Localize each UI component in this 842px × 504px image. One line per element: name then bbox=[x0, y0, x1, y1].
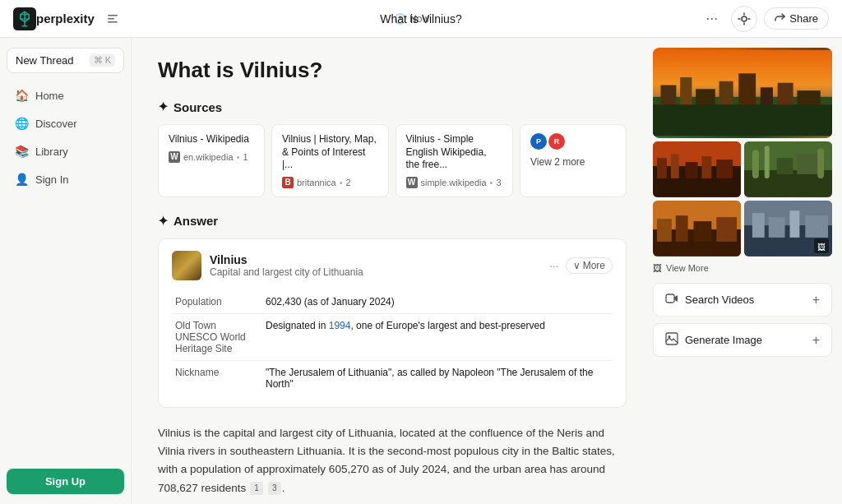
svg-rect-40 bbox=[789, 210, 799, 238]
source-1-meta: W en.wikipedia • 1 bbox=[169, 151, 254, 163]
sidebar-item-library[interactable]: 📚 Library bbox=[7, 139, 124, 164]
info-value-population: 602,430 (as of January 2024) bbox=[262, 290, 613, 314]
view-more-photos-label: View More bbox=[666, 263, 709, 273]
svg-rect-39 bbox=[769, 217, 785, 238]
source-card-2[interactable]: Vilnius | History, Map, & Points of Inte… bbox=[271, 124, 389, 197]
sidebar-bottom: Sign Up bbox=[7, 462, 124, 494]
source-2-meta: B britannica • 2 bbox=[282, 177, 378, 188]
topbar-right: ··· Share bbox=[699, 6, 829, 32]
photo-overlay: 🖼 bbox=[814, 238, 829, 253]
sources-label: Sources bbox=[173, 100, 222, 114]
city-photo-3[interactable] bbox=[653, 201, 741, 257]
source-2-domain: britannica bbox=[297, 178, 336, 187]
view-more-photos-button[interactable]: 🖼 View More bbox=[653, 260, 832, 276]
svg-rect-21 bbox=[701, 156, 711, 178]
main-content: What is Vilnius? ✦ Sources Vilnius - Wik… bbox=[132, 38, 653, 504]
svg-rect-27 bbox=[777, 158, 793, 174]
answer-card: Vilnius Capital and largest city of Lith… bbox=[158, 238, 627, 408]
search-videos-left: Search Videos bbox=[665, 292, 754, 307]
svg-rect-41 bbox=[805, 215, 828, 238]
svg-rect-35 bbox=[716, 217, 737, 242]
info-value-nickname: "The Jerusalem of Lithuania", as called … bbox=[262, 360, 613, 395]
britannica-favicon: B bbox=[282, 177, 294, 188]
svg-rect-19 bbox=[671, 154, 679, 178]
focus-button[interactable] bbox=[731, 6, 757, 32]
entity-name: Vilnius bbox=[210, 253, 363, 266]
photo-section: 🖼 🖼 View More bbox=[653, 48, 832, 276]
entity-info: Vilnius Capital and largest city of Lith… bbox=[210, 253, 363, 278]
logo-text: perplexity bbox=[36, 12, 95, 25]
signin-icon: 👤 bbox=[15, 173, 29, 186]
svg-rect-33 bbox=[676, 215, 688, 242]
image-icon: 🖼 bbox=[817, 243, 826, 252]
svg-point-4 bbox=[742, 16, 747, 21]
new-thread-button[interactable]: New Thread ⌘ K bbox=[7, 48, 124, 73]
search-videos-plus-icon: + bbox=[812, 293, 820, 307]
svg-rect-18 bbox=[657, 158, 667, 178]
year-link-1994[interactable]: 1994 bbox=[329, 320, 351, 331]
answer-star-icon: ✦ bbox=[158, 214, 169, 229]
topbar-title: What is Vilnius? bbox=[380, 12, 461, 25]
more-options-button[interactable]: ··· bbox=[699, 7, 724, 30]
sidebar-item-home[interactable]: 🏠 Home bbox=[7, 83, 124, 108]
sidebar-item-signin[interactable]: 👤 Sign In bbox=[7, 167, 124, 192]
photo-grid: 🖼 bbox=[653, 48, 832, 257]
collapse-sidebar-button[interactable] bbox=[101, 7, 124, 30]
source-3-title: Vilnius - Simple English Wikipedia, the … bbox=[406, 133, 503, 172]
info-table: Population 602,430 (as of January 2024) … bbox=[172, 290, 613, 395]
city-photo-4[interactable]: 🖼 bbox=[744, 201, 832, 257]
sign-up-button[interactable]: Sign Up bbox=[7, 469, 124, 494]
city-photo-main[interactable] bbox=[653, 48, 832, 138]
svg-rect-15 bbox=[653, 104, 832, 136]
table-row: Old Town UNESCO World Heritage Site Desi… bbox=[172, 313, 613, 360]
source-card-3[interactable]: Vilnius - Simple English Wikipedia, the … bbox=[396, 124, 514, 197]
svg-rect-3 bbox=[108, 21, 118, 23]
sidebar-item-discover[interactable]: 🌐 Discover bbox=[7, 111, 124, 136]
view-more-sources-card[interactable]: P R View 2 more bbox=[520, 124, 627, 197]
home-icon: 🏠 bbox=[15, 89, 29, 102]
city-photo-1[interactable] bbox=[653, 141, 741, 197]
info-label-nickname: Nickname bbox=[172, 360, 262, 395]
svg-rect-25 bbox=[752, 150, 759, 178]
entity-subtitle: Capital and largest city of Lithuania bbox=[210, 266, 363, 278]
answer-card-header: Vilnius Capital and largest city of Lith… bbox=[172, 251, 613, 280]
source-card-1[interactable]: Vilnius - Wikipedia W en.wikipedia • 1 bbox=[158, 124, 265, 197]
svg-rect-11 bbox=[738, 73, 756, 109]
sources-header: ✦ Sources bbox=[158, 99, 627, 114]
generate-image-plus-icon: + bbox=[812, 333, 820, 348]
svg-rect-42 bbox=[666, 294, 674, 303]
svg-rect-10 bbox=[719, 81, 733, 109]
wikipedia-favicon-1: W bbox=[169, 151, 180, 163]
discover-icon: 🌐 bbox=[15, 117, 29, 130]
source-1-num: 1 bbox=[243, 152, 248, 162]
share-button[interactable]: Share bbox=[764, 7, 829, 30]
sources-star-icon: ✦ bbox=[158, 99, 169, 114]
answer-more-button[interactable]: ∨ More bbox=[566, 257, 613, 274]
source-3-meta: W simple.wikipedia • 3 bbox=[406, 177, 503, 188]
search-videos-card[interactable]: Search Videos + bbox=[653, 283, 832, 317]
citation-2[interactable]: 3 bbox=[268, 482, 281, 495]
sources-section: ✦ Sources Vilnius - Wikipedia W en.wikip… bbox=[158, 99, 627, 197]
right-panel: 🖼 🖼 View More Search Videos + bbox=[653, 38, 842, 504]
generate-image-card[interactable]: Generate Image + bbox=[653, 323, 832, 357]
source-2-title: Vilnius | History, Map, & Points of Inte… bbox=[282, 133, 378, 172]
article-paragraph: Vilnius is the capital and largest city … bbox=[158, 424, 627, 497]
table-row: Population 602,430 (as of January 2024) bbox=[172, 290, 613, 314]
sidebar: New Thread ⌘ K 🏠 Home 🌐 Discover 📚 Libra… bbox=[0, 38, 132, 504]
city-photo-2[interactable] bbox=[744, 141, 832, 197]
svg-rect-29 bbox=[817, 148, 824, 178]
video-icon bbox=[665, 292, 678, 307]
answer-more-dots[interactable]: ··· bbox=[549, 259, 559, 272]
svg-rect-43 bbox=[666, 333, 678, 344]
wikipedia-favicon-3: W bbox=[406, 177, 418, 188]
citation-1[interactable]: 1 bbox=[250, 482, 263, 495]
entity-image bbox=[172, 251, 201, 280]
svg-rect-22 bbox=[716, 160, 733, 178]
answer-label: Answer bbox=[173, 214, 218, 228]
library-icon: 📚 bbox=[15, 145, 29, 158]
sources-grid: Vilnius - Wikipedia W en.wikipedia • 1 V… bbox=[158, 124, 627, 197]
generate-image-left: Generate Image bbox=[665, 332, 762, 348]
topbar-left: perplexity bbox=[13, 7, 124, 30]
source-1-title: Vilnius - Wikipedia bbox=[169, 133, 254, 146]
sidebar-item-discover-label: Discover bbox=[35, 118, 77, 130]
